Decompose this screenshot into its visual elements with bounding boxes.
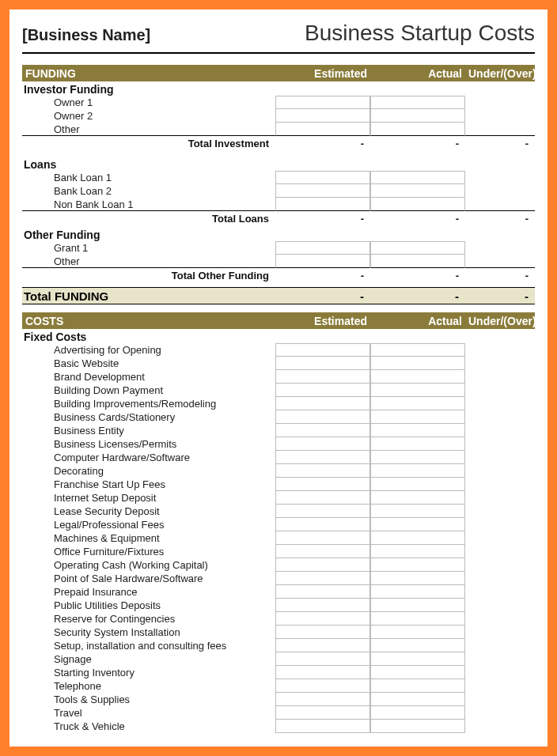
- actual-cell[interactable]: [370, 706, 465, 720]
- estimated-cell[interactable]: [275, 343, 370, 357]
- actual-cell[interactable]: [370, 357, 465, 370]
- actual-cell[interactable]: [370, 424, 465, 437]
- actual-cell[interactable]: [370, 693, 465, 706]
- estimated-cell[interactable]: [275, 96, 370, 109]
- estimated-cell[interactable]: [275, 424, 370, 437]
- estimated-cell[interactable]: [275, 370, 370, 384]
- line-item-row: Owner 1: [22, 96, 535, 109]
- estimated-cell[interactable]: [275, 679, 370, 693]
- actual-cell[interactable]: [370, 505, 465, 518]
- estimated-cell[interactable]: [275, 558, 370, 572]
- line-item-label: Other: [22, 123, 275, 136]
- funding-label: FUNDING: [25, 67, 278, 80]
- actual-cell[interactable]: [370, 679, 465, 693]
- estimated-cell[interactable]: [275, 123, 370, 136]
- actual-cell[interactable]: [370, 451, 465, 464]
- actual-cell[interactable]: [370, 518, 465, 531]
- estimated-cell[interactable]: [275, 451, 370, 464]
- estimated-cell[interactable]: [275, 397, 370, 410]
- line-item-label: Office Furniture/Fixtures: [22, 546, 275, 558]
- estimated-cell[interactable]: [275, 184, 370, 198]
- line-item-row: Building Down Payment: [22, 384, 535, 397]
- line-item-row: Non Bank Loan 1: [22, 198, 535, 211]
- actual-cell[interactable]: [370, 397, 465, 410]
- actual-cell[interactable]: [370, 491, 465, 505]
- estimated-cell[interactable]: [275, 531, 370, 545]
- estimated-cell[interactable]: [275, 478, 370, 491]
- actual-cell[interactable]: [370, 410, 465, 424]
- col-actual: Actual: [373, 67, 468, 80]
- line-item-label: Building Down Payment: [22, 384, 275, 396]
- actual-cell[interactable]: [370, 343, 465, 357]
- actual-cell[interactable]: [370, 585, 465, 599]
- estimated-cell[interactable]: [275, 357, 370, 370]
- line-item-label: Grant 1: [22, 242, 275, 254]
- line-item-label: Prepaid Insurance: [22, 586, 275, 598]
- estimated-cell[interactable]: [275, 612, 370, 626]
- actual-cell[interactable]: [370, 241, 465, 255]
- estimated-cell[interactable]: [275, 198, 370, 211]
- estimated-cell[interactable]: [275, 599, 370, 612]
- estimated-cell[interactable]: [275, 255, 370, 268]
- line-item-label: Brand Development: [22, 371, 275, 383]
- estimated-cell[interactable]: [275, 518, 370, 531]
- estimated-cell[interactable]: [275, 626, 370, 639]
- estimated-cell[interactable]: [275, 505, 370, 518]
- actual-cell[interactable]: [370, 96, 465, 109]
- actual-cell[interactable]: [370, 437, 465, 451]
- actual-cell[interactable]: [370, 384, 465, 397]
- estimated-cell[interactable]: [275, 652, 370, 666]
- actual-cell[interactable]: [370, 184, 465, 198]
- investor-total-row: Total Investment - - -: [22, 136, 535, 150]
- actual-cell[interactable]: [370, 558, 465, 572]
- estimated-cell[interactable]: [275, 109, 370, 123]
- estimated-cell[interactable]: [275, 437, 370, 451]
- estimated-cell[interactable]: [275, 171, 370, 184]
- actual-cell[interactable]: [370, 572, 465, 585]
- estimated-cell[interactable]: [275, 545, 370, 558]
- line-item-row: Basic Website: [22, 357, 535, 370]
- line-item-label: Truck & Vehicle: [22, 720, 275, 732]
- estimated-cell[interactable]: [275, 572, 370, 585]
- line-item-row: Tools & Supplies: [22, 693, 535, 706]
- col-under-over: Under/(Over): [468, 315, 538, 327]
- actual-cell[interactable]: [370, 612, 465, 626]
- actual-cell[interactable]: [370, 545, 465, 558]
- line-item-label: Bank Loan 1: [22, 172, 275, 183]
- actual-cell[interactable]: [370, 109, 465, 123]
- actual-cell[interactable]: [370, 531, 465, 545]
- estimated-cell[interactable]: [275, 585, 370, 599]
- actual-cell[interactable]: [370, 599, 465, 612]
- actual-cell[interactable]: [370, 666, 465, 679]
- estimated-cell[interactable]: [275, 464, 370, 478]
- line-item-row: Internet Setup Deposit: [22, 491, 535, 505]
- estimated-cell[interactable]: [275, 639, 370, 652]
- actual-cell[interactable]: [370, 478, 465, 491]
- actual-cell[interactable]: [370, 720, 465, 733]
- line-item-row: Prepaid Insurance: [22, 585, 535, 599]
- estimated-cell[interactable]: [275, 410, 370, 424]
- estimated-cell[interactable]: [275, 720, 370, 733]
- actual-cell[interactable]: [370, 626, 465, 639]
- line-item-row: Decorating: [22, 464, 535, 478]
- actual-cell[interactable]: [370, 171, 465, 184]
- actual-cell[interactable]: [370, 123, 465, 136]
- line-item-row: Owner 2: [22, 109, 535, 123]
- line-item-row: Machines & Equipment: [22, 531, 535, 545]
- actual-cell[interactable]: [370, 255, 465, 268]
- fixed-costs-rows: Advertising for OpeningBasic WebsiteBran…: [22, 343, 535, 733]
- estimated-cell[interactable]: [275, 666, 370, 679]
- line-item-row: Business Cards/Stationery: [22, 410, 535, 424]
- actual-cell[interactable]: [370, 464, 465, 478]
- investor-total-label: Total Investment: [22, 138, 275, 149]
- estimated-cell[interactable]: [275, 693, 370, 706]
- line-item-row: Brand Development: [22, 370, 535, 384]
- actual-cell[interactable]: [370, 639, 465, 652]
- actual-cell[interactable]: [370, 198, 465, 211]
- estimated-cell[interactable]: [275, 706, 370, 720]
- estimated-cell[interactable]: [275, 241, 370, 255]
- actual-cell[interactable]: [370, 652, 465, 666]
- actual-cell[interactable]: [370, 370, 465, 384]
- estimated-cell[interactable]: [275, 491, 370, 505]
- estimated-cell[interactable]: [275, 384, 370, 397]
